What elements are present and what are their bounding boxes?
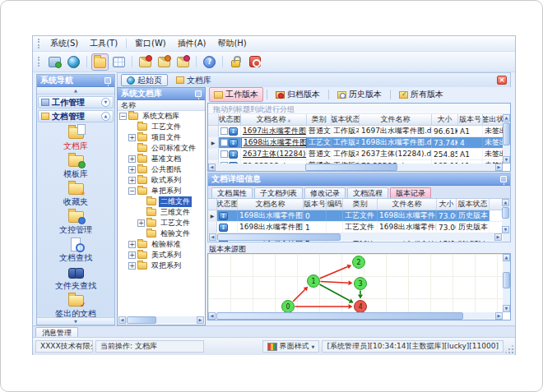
- tree-node[interactable]: −单把系列: [118, 186, 205, 196]
- tree-node[interactable]: +检验标准: [118, 239, 205, 250]
- tree-expander-plus[interactable]: +: [137, 219, 145, 227]
- column-header[interactable]: 编码: [327, 199, 343, 210]
- detail-hscrollbar[interactable]: ◀▶: [209, 233, 502, 241]
- tree-expander-minus[interactable]: −: [119, 113, 127, 120]
- scroll-down-arrow[interactable]: ▼: [503, 156, 510, 164]
- detail-tab-doc-flow[interactable]: 文档流程: [347, 187, 388, 198]
- graph-hscrollbar[interactable]: ◀▶: [208, 312, 503, 320]
- scroll-right-arrow[interactable]: ▶: [494, 233, 502, 241]
- scroll-thumb[interactable]: [503, 272, 510, 288]
- tree-node[interactable]: +基准文档: [118, 154, 205, 164]
- column-header[interactable]: 文件名称: [378, 199, 437, 210]
- detail-vscrollbar[interactable]: ▲▼: [502, 199, 509, 233]
- column-header[interactable]: 类别: [307, 114, 332, 125]
- detail-tab-version-record[interactable]: 版本记录: [390, 187, 431, 198]
- sidebar-scroll-up[interactable]: ▲: [37, 87, 114, 95]
- detail-tab-modify-record[interactable]: 修改记录: [304, 187, 346, 198]
- menu-item-0[interactable]: 系统(S): [44, 36, 84, 51]
- scroll-left-arrow[interactable]: ◀: [209, 233, 216, 241]
- tree-node[interactable]: 工艺文件: [118, 122, 205, 132]
- table-row[interactable]: ▶↕1698出水嘴零件图.dwg工艺文件工作版本1698出水嘴零件图.dwg73…: [208, 137, 503, 149]
- ui-style-dropdown[interactable]: 界面样式 ▼: [262, 340, 320, 353]
- pin-icon[interactable]: [195, 90, 202, 97]
- sidebar-group-work-management[interactable]: 工作管理▼: [38, 96, 114, 108]
- column-header[interactable]: 文件名称: [360, 114, 432, 125]
- detail-tab-doc-properties[interactable]: 文档属性: [211, 187, 253, 198]
- tree-node[interactable]: 三维文件: [118, 207, 205, 218]
- sidebar-scroll-down[interactable]: ▼: [37, 317, 114, 325]
- tree-node[interactable]: +工艺文件: [118, 218, 205, 228]
- tree-expander-plus[interactable]: +: [128, 251, 136, 259]
- scroll-down-arrow[interactable]: ▼: [502, 226, 509, 233]
- toolbar-grip[interactable]: [38, 39, 40, 48]
- tree-expander-plus[interactable]: +: [128, 177, 136, 184]
- scroll-thumb[interactable]: [502, 207, 509, 219]
- scroll-right-arrow[interactable]: ▶: [197, 316, 204, 324]
- tree-expander-minus[interactable]: −: [128, 187, 136, 195]
- grid-vscrollbar[interactable]: ▲▼: [503, 114, 510, 164]
- scroll-left-arrow[interactable]: ◀: [208, 164, 216, 171]
- detail-tab-subdoc-list[interactable]: 子文档列表: [254, 187, 303, 198]
- sidebar-item-template-library[interactable]: 模板库: [37, 155, 114, 182]
- scroll-left-arrow[interactable]: ◀: [208, 312, 216, 320]
- column-header[interactable]: 大小: [437, 199, 457, 210]
- tab-document-library[interactable]: 文档库: [171, 74, 216, 86]
- tree-node[interactable]: −系统文档库: [118, 111, 205, 122]
- archive-version-button[interactable]: 归档版本: [271, 87, 325, 102]
- column-header[interactable]: 版本状态: [332, 114, 360, 125]
- tree-node[interactable]: +欧式系列: [118, 175, 205, 186]
- scroll-thumb[interactable]: [503, 122, 510, 145]
- tree-node[interactable]: 公司标准文件: [118, 143, 205, 154]
- sidebar-item-folder-search[interactable]: 文件夹查找: [37, 267, 114, 293]
- pin-icon[interactable]: [500, 176, 507, 182]
- schedule-button[interactable]: [110, 53, 128, 71]
- scroll-thumb[interactable]: [127, 316, 156, 324]
- document-name-cell[interactable]: 1698出水嘴零件图.dwg: [241, 137, 307, 148]
- history-version-button[interactable]: 历史版本: [332, 87, 387, 102]
- sidebar-item-document-search[interactable]: 文档查找: [37, 239, 114, 265]
- scroll-right-arrow[interactable]: ▶: [495, 164, 503, 171]
- desktop-button[interactable]: [46, 53, 63, 71]
- scroll-thumb[interactable]: [217, 233, 341, 241]
- message-new-button[interactable]: [137, 53, 154, 71]
- tree-expander-plus[interactable]: +: [128, 166, 136, 173]
- tree-expander-plus[interactable]: +: [128, 134, 136, 141]
- menu-item-3[interactable]: 插件(A): [172, 36, 212, 51]
- scroll-up-arrow[interactable]: ▲: [503, 114, 510, 122]
- help-button[interactable]: [201, 53, 218, 71]
- tab-start-page[interactable]: 起始页: [121, 74, 168, 86]
- resize-grip[interactable]: [505, 345, 513, 353]
- sidebar-group-document-management[interactable]: 文档管理▲: [38, 110, 114, 122]
- message-send-button[interactable]: [155, 53, 173, 71]
- exit-button[interactable]: [246, 53, 263, 71]
- column-header[interactable]: 版本号: [458, 114, 483, 125]
- tree-node[interactable]: 检验文件: [118, 228, 205, 239]
- folder-open-button[interactable]: [91, 53, 109, 71]
- document-name-cell[interactable]: 2637主体(12284).dwg: [241, 149, 307, 159]
- scroll-up-arrow[interactable]: ▲: [502, 199, 509, 206]
- menu-item-2[interactable]: 窗口(W): [129, 36, 172, 51]
- document-name-cell[interactable]: 1697出水嘴零件图.dwg: [241, 126, 307, 136]
- tree-node[interactable]: +公共图纸: [118, 164, 205, 175]
- column-header[interactable]: 版本号: [304, 199, 327, 210]
- tree-expander-plus[interactable]: +: [128, 241, 136, 248]
- table-row[interactable]: ↕1698出水嘴零件图.dwg1工艺文件1698出水嘴零件图.dwg73.00K…: [208, 222, 503, 233]
- tree-node[interactable]: +美式系列: [118, 250, 205, 261]
- column-header[interactable]: 大小: [432, 114, 458, 125]
- column-header[interactable]: 文档名称▲: [241, 114, 307, 125]
- pin-icon[interactable]: [104, 77, 111, 84]
- tree-expander-plus[interactable]: +: [128, 155, 136, 163]
- sidebar-item-document-control[interactable]: 文控管理: [37, 211, 114, 238]
- menu-item-4[interactable]: 帮助(H): [211, 36, 252, 51]
- message-receive-button[interactable]: [174, 53, 192, 71]
- chevron-down-icon[interactable]: ▼: [101, 98, 110, 107]
- sidebar-item-favorites[interactable]: 收藏夹: [37, 183, 114, 210]
- tree-expander-plus[interactable]: +: [128, 262, 136, 270]
- scroll-right-arrow[interactable]: ▶: [495, 312, 503, 320]
- table-row[interactable]: ↕1697出水嘴零件图.dwg普通文档工作版本1697出水嘴零件图.dwg96.…: [208, 126, 503, 137]
- column-header[interactable]: 版本状态: [457, 199, 490, 210]
- scroll-left-arrow[interactable]: ◀: [118, 316, 126, 324]
- column-header[interactable]: 状态图: [217, 199, 238, 210]
- tree-column-header[interactable]: 名称: [118, 100, 205, 111]
- table-row[interactable]: ↕2637主体(12284).dwg普通文档工作版本2637主体(12284).…: [208, 149, 503, 160]
